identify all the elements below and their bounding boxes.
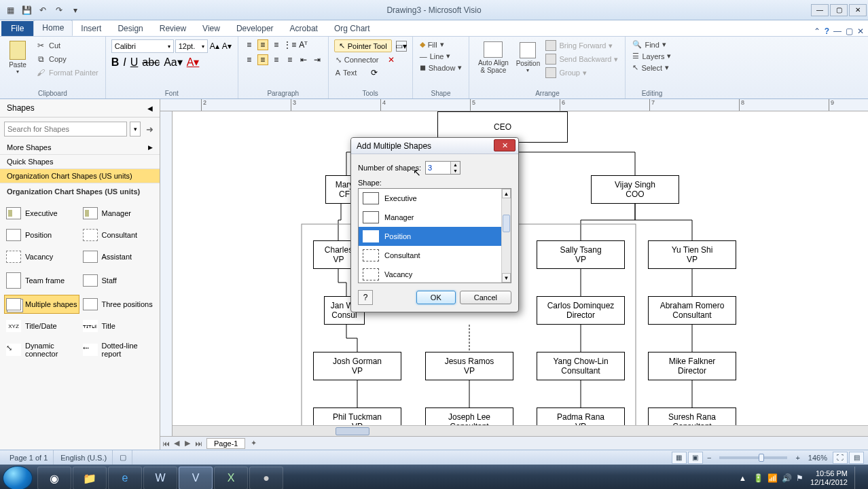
search-go-icon[interactable]: ➜ xyxy=(143,122,156,137)
send-backward-button[interactable]: Send Backward ▾ xyxy=(544,53,619,65)
shape-staff[interactable]: Staff xyxy=(81,269,156,292)
shape-option-consultant[interactable]: Consultant xyxy=(359,246,511,265)
position-button[interactable]: Position▾ xyxy=(516,39,540,76)
increase-indent-icon[interactable]: ⇥ xyxy=(312,54,323,65)
bring-forward-button[interactable]: Bring Forward ▾ xyxy=(544,39,619,52)
shape-title-date[interactable]: XYZTitle/Date xyxy=(4,316,79,336)
group-button[interactable]: Group ▾ xyxy=(544,67,619,79)
org-box-carlos[interactable]: Carlos DominquezDirector xyxy=(537,296,625,325)
org-box-yutien[interactable]: Yu Tien ShiVP xyxy=(648,240,736,269)
redo-icon[interactable]: ↷ xyxy=(52,3,67,18)
doc-restore-icon[interactable]: ▢ xyxy=(846,26,853,36)
shape-listbox[interactable]: Executive Manager Position Consultant Va… xyxy=(358,188,511,283)
zoom-value[interactable]: 146% xyxy=(804,454,831,462)
italic-button[interactable]: I xyxy=(123,56,126,69)
org-box-yang[interactable]: Yang Chow-LinConsultant xyxy=(537,352,625,380)
show-desktop-button[interactable] xyxy=(854,467,860,489)
shape-three-positions[interactable]: Three positions xyxy=(81,295,156,314)
shape-option-position[interactable]: Position xyxy=(359,227,511,246)
shape-dotted-report[interactable]: ⤎Dotted-line report xyxy=(81,338,156,361)
tab-orgchart[interactable]: Org Chart xyxy=(326,21,378,36)
undo-icon[interactable]: ↶ xyxy=(35,3,50,18)
task-visio-icon[interactable]: V xyxy=(179,467,213,489)
cut-button[interactable]: ✂Cut xyxy=(34,39,100,52)
text-direction-icon[interactable]: Aᵀ xyxy=(298,39,309,50)
find-button[interactable]: 🔍Find ▾ xyxy=(631,39,667,50)
select-button[interactable]: ↖Select ▾ xyxy=(631,62,670,73)
align-middle-icon[interactable]: ≡ xyxy=(257,39,268,50)
number-of-shapes-spinner[interactable]: ▲▼ xyxy=(425,161,460,175)
help-icon[interactable]: ? xyxy=(825,26,829,36)
tab-view[interactable]: View xyxy=(194,21,228,36)
ok-button[interactable]: OK xyxy=(416,291,456,304)
view-fullscreen-icon[interactable]: ▣ xyxy=(688,452,703,464)
shape-consultant[interactable]: Consultant xyxy=(81,225,156,244)
page-prev-icon[interactable]: ◀ xyxy=(171,439,182,448)
font-color-button[interactable]: A▾ xyxy=(187,56,200,69)
flag-icon[interactable]: ⚑ xyxy=(796,473,803,483)
maximize-button[interactable]: ▢ xyxy=(830,4,848,16)
clock[interactable]: 10:56 PM 12/14/2012 xyxy=(810,469,848,487)
shape-option-executive[interactable]: Executive xyxy=(359,189,511,208)
shadow-button[interactable]: ◼Shadow ▾ xyxy=(418,62,464,73)
rectangle-tool-icon[interactable]: ▭▾ xyxy=(396,41,407,52)
status-language[interactable]: English (U.S.) xyxy=(55,450,113,465)
volume-icon[interactable]: 🔊 xyxy=(782,473,792,483)
strike-button[interactable]: abc xyxy=(142,56,160,69)
underline-button[interactable]: U xyxy=(130,56,139,69)
decrease-font-icon[interactable]: A▾ xyxy=(221,41,232,52)
task-word-icon[interactable]: W xyxy=(143,467,177,489)
doc-minimize-icon[interactable]: — xyxy=(833,26,842,36)
cancel-button[interactable]: Cancel xyxy=(460,291,511,304)
tab-design[interactable]: Design xyxy=(109,21,151,36)
more-shapes-item[interactable]: More Shapes▶ xyxy=(0,141,160,155)
bold-button[interactable]: B xyxy=(111,56,120,69)
start-button[interactable] xyxy=(3,466,33,489)
text-tool-button[interactable]: AText xyxy=(334,68,359,77)
shape-vacancy[interactable]: Vacancy xyxy=(4,247,79,266)
shape-option-vacancy[interactable]: Vacancy xyxy=(359,265,511,284)
increase-font-icon[interactable]: A▴ xyxy=(209,41,220,52)
battery-icon[interactable]: 🔋 xyxy=(753,473,763,483)
page-tab-1[interactable]: Page-1 xyxy=(206,438,245,449)
font-name-combo[interactable]: Calibri▾ xyxy=(111,39,174,53)
fit-page-icon[interactable]: ⛶ xyxy=(833,452,848,464)
align-justify-icon[interactable]: ≡ xyxy=(285,54,295,65)
doc-close-icon[interactable]: ✕ xyxy=(857,26,864,36)
stencil-tab-orgchart[interactable]: Organization Chart Shapes (US units) xyxy=(0,169,160,183)
dialog-titlebar[interactable]: Add Multiple Shapes ✕ xyxy=(351,138,518,154)
switch-windows-icon[interactable]: ▤ xyxy=(849,452,864,464)
org-box-sally[interactable]: Sally TsangVP xyxy=(537,240,625,269)
close-button[interactable]: ✕ xyxy=(849,4,867,16)
view-normal-icon[interactable]: ▦ xyxy=(672,452,687,464)
quick-shapes-item[interactable]: Quick Shapes xyxy=(0,155,160,169)
spinner-down-icon[interactable]: ▼ xyxy=(451,168,460,174)
autoalign-button[interactable]: Auto Align & Space xyxy=(475,39,511,76)
shape-dynamic-connector[interactable]: ⤡Dynamic connector xyxy=(4,338,79,361)
file-tab[interactable]: File xyxy=(1,21,33,36)
shape-assistant[interactable]: Assistant xyxy=(81,247,156,266)
org-box-mike[interactable]: Mike FalknerDirector xyxy=(648,352,736,380)
task-chrome-icon[interactable]: ◉ xyxy=(37,467,71,489)
bullets-icon[interactable]: ⋮≡ xyxy=(285,39,295,50)
shapes-collapse-icon[interactable]: ◀ xyxy=(147,105,153,112)
task-excel-icon[interactable]: X xyxy=(214,467,248,489)
drawing-canvas[interactable]: CEO MaryCF Vijay SinghCOO CharlesVP Sall… xyxy=(173,111,868,436)
shape-executive[interactable]: Executive xyxy=(4,204,79,223)
org-box-vijay[interactable]: Vijay SinghCOO xyxy=(591,175,679,204)
tab-home[interactable]: Home xyxy=(33,20,73,36)
align-bottom-icon[interactable]: ≡ xyxy=(271,39,282,50)
search-dropdown-icon[interactable]: ▾ xyxy=(130,122,141,137)
new-page-icon[interactable]: ✦ xyxy=(248,439,259,448)
line-button[interactable]: —Line ▾ xyxy=(418,51,452,61)
copy-button[interactable]: ⧉Copy xyxy=(34,53,100,65)
shape-teamframe[interactable]: Team frame xyxy=(4,269,79,292)
org-box-abraham[interactable]: Abraham RomeroConsultant xyxy=(648,296,736,325)
font-size-combo[interactable]: 12pt.▾ xyxy=(175,39,208,53)
task-explorer-icon[interactable]: 📁 xyxy=(73,467,107,489)
shape-option-manager[interactable]: Manager xyxy=(359,208,511,227)
tab-insert[interactable]: Insert xyxy=(73,21,109,36)
align-right-icon[interactable]: ≡ xyxy=(271,54,282,65)
tray-expand-icon[interactable]: ▲ xyxy=(739,474,746,482)
page-last-icon[interactable]: ⏭ xyxy=(193,439,204,448)
